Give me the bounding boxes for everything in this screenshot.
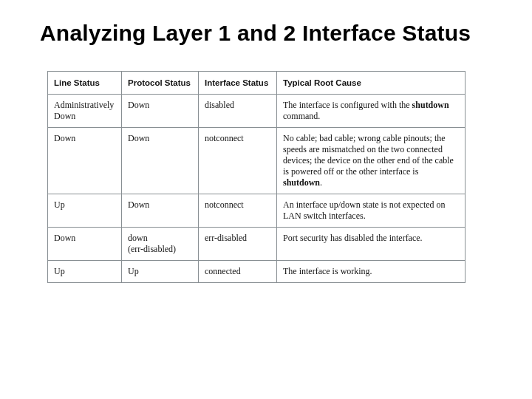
page-title: Analyzing Layer 1 and 2 Interface Status — [40, 21, 502, 46]
cell-interface-status: connected — [199, 261, 277, 283]
cause-text: The interface is working. — [283, 266, 372, 276]
cell-root-cause: The interface is configured with the shu… — [277, 95, 466, 128]
cell-line-status: Down — [48, 128, 122, 194]
cause-bold: shutdown — [412, 100, 449, 110]
cell-interface-status: notconnect — [199, 128, 277, 194]
cell-protocol-status: down (err-disabled) — [122, 228, 199, 261]
col-header-interface-status: Interface Status — [199, 72, 277, 95]
table-row: Administratively Down Down disabled The … — [48, 95, 466, 128]
slide-page: Analyzing Layer 1 and 2 Interface Status… — [0, 0, 532, 399]
col-header-protocol-status: Protocol Status — [122, 72, 199, 95]
col-header-line-status: Line Status — [48, 72, 122, 95]
cell-protocol-status: Up — [122, 261, 199, 283]
cause-text: . — [320, 177, 322, 188]
cell-text: down — [128, 233, 148, 243]
cell-protocol-status: Down — [122, 194, 199, 228]
table-row: Down Down notconnect No cable; bad cable… — [48, 128, 466, 194]
cell-interface-status: disabled — [199, 95, 277, 128]
table-row: Up Down notconnect An interface up/down … — [48, 194, 466, 228]
cause-text: Port security has disabled the interface… — [283, 233, 423, 243]
cell-text: Administratively — [54, 100, 114, 110]
table-row: Up Up connected The interface is working… — [48, 261, 466, 283]
col-header-root-cause: Typical Root Cause — [277, 72, 466, 95]
cause-text: An interface up/down state is not expect… — [283, 200, 446, 221]
cell-protocol-status: Down — [122, 128, 199, 194]
cause-text: command. — [283, 111, 320, 121]
cell-root-cause: An interface up/down state is not expect… — [277, 194, 466, 228]
cell-interface-status: notconnect — [199, 194, 277, 228]
table-header-row: Line Status Protocol Status Interface St… — [48, 72, 466, 95]
cell-root-cause: Port security has disabled the interface… — [277, 228, 466, 261]
cause-text: No cable; bad cable; wrong cable pinouts… — [283, 133, 454, 177]
cell-root-cause: The interface is working. — [277, 261, 466, 283]
cell-line-status: Down — [48, 228, 122, 261]
status-table: Line Status Protocol Status Interface St… — [47, 71, 466, 283]
table-row: Down down (err-disabled) err-disabled Po… — [48, 228, 466, 261]
cause-bold: shutdown — [283, 177, 320, 188]
cell-root-cause: No cable; bad cable; wrong cable pinouts… — [277, 128, 466, 194]
cell-interface-status: err-disabled — [199, 228, 277, 261]
cell-protocol-status: Down — [122, 95, 199, 128]
cell-text: (err-disabled) — [128, 244, 176, 254]
cause-text: The interface is configured with the — [283, 100, 412, 110]
cell-text: Down — [54, 111, 75, 121]
status-table-wrap: Line Status Protocol Status Interface St… — [47, 71, 465, 283]
cell-line-status: Up — [48, 194, 122, 228]
cell-line-status: Administratively Down — [48, 95, 122, 128]
cell-line-status: Up — [48, 261, 122, 283]
